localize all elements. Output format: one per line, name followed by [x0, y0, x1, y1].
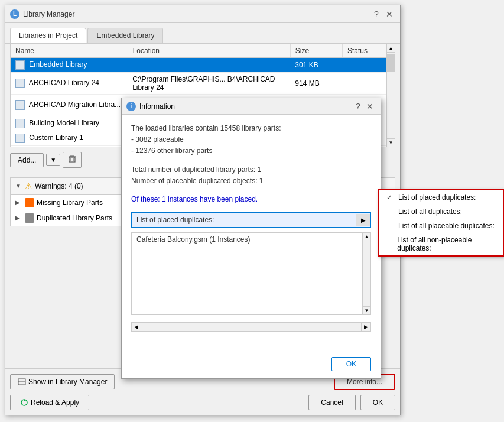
show-library-icon [18, 378, 26, 386]
tab-bar: Libraries in Project Embedded Library [5, 23, 400, 44]
info-line-4: Total number of duplicated library parts… [131, 165, 261, 174]
list-scroll-down[interactable]: ▼ [363, 306, 370, 314]
info-ok-button[interactable]: OK [331, 357, 371, 371]
context-item-placeable[interactable]: List of all placeable duplicates: [379, 219, 503, 233]
reload-icon [20, 398, 28, 407]
table-row[interactable]: Embedded Library 301 KB [11, 58, 395, 73]
context-menu: ✓ List of placed duplicates: List of all… [378, 189, 504, 257]
context-item-label: List of all placeable duplicates: [398, 222, 495, 230]
info-line-2: - 3082 placeable [131, 135, 184, 144]
dropdown-row[interactable]: List of placed duplicates: ▶ [131, 212, 371, 228]
title-bar: L Library Manager ? ✕ [5, 5, 400, 23]
close-button[interactable]: ✕ [383, 8, 395, 20]
list-scroll-up[interactable]: ▲ [363, 233, 370, 241]
svg-rect-5 [18, 379, 25, 385]
missing-icon [25, 198, 34, 207]
list-item: Cafeteria Balcony.gsm (1 Instances) [132, 233, 370, 246]
h-scroll-right-btn[interactable]: ▶ [361, 323, 370, 331]
context-item-all[interactable]: List of all duplicates: [379, 204, 503, 219]
info-text-block: The loaded libraries contain 15458 libra… [131, 123, 371, 157]
duplicated-label: Duplicated Library Parts [37, 214, 112, 222]
h-scroll-left-btn[interactable]: ◀ [132, 323, 141, 331]
library-icon [15, 100, 25, 110]
warnings-toggle: ▼ [15, 183, 22, 190]
delete-button[interactable] [63, 152, 82, 168]
info-dialog: i Information ? ✕ The loaded libraries c… [121, 98, 381, 379]
tab-libraries-in-project[interactable]: Libraries in Project [10, 28, 86, 43]
library-icon [15, 60, 25, 70]
context-item-label: List of placed duplicates: [398, 193, 476, 202]
library-icon [15, 134, 25, 143]
help-button[interactable]: ? [370, 8, 382, 20]
info-highlight-text: Of these: 1 instances have been placed. [131, 195, 258, 203]
reload-button[interactable]: Reload & Apply [10, 395, 89, 410]
info-footer: OK [122, 352, 381, 378]
cancel-button[interactable]: Cancel [308, 395, 355, 410]
info-dialog-title: Information [139, 102, 352, 111]
add-button[interactable]: Add... [10, 153, 44, 167]
info-line-1: The loaded libraries contain 15458 libra… [131, 124, 281, 132]
show-library-button[interactable]: Show in Library Manager [10, 374, 115, 389]
table-row[interactable]: ARCHICAD Library 24 C:\Program Files\GRA… [11, 73, 395, 95]
context-item-non-placeable[interactable]: List of all non-placeable duplicates: [379, 233, 503, 255]
item-list[interactable]: Cafeteria Balcony.gsm (1 Instances) ▲ ▼ [131, 232, 371, 315]
table-scrollbar[interactable]: ▲ ▼ [386, 44, 395, 147]
warning-icon: ⚠ [25, 181, 32, 191]
svg-rect-0 [69, 157, 75, 162]
info-help-button[interactable]: ? [352, 100, 364, 112]
tab-embedded-library[interactable]: Embedded Library [87, 28, 163, 43]
scroll-thumb[interactable] [387, 54, 395, 72]
dropdown-label: List of placed duplicates: [132, 213, 356, 227]
context-item-placed[interactable]: ✓ List of placed duplicates: [379, 190, 503, 204]
duplicated-toggle: ▶ [15, 215, 22, 222]
ok-button[interactable]: OK [360, 395, 395, 410]
list-scrollbar[interactable]: ▲ ▼ [362, 233, 370, 314]
h-scroll[interactable]: ◀ ▶ [131, 322, 371, 332]
footer-right-buttons: Cancel OK [308, 395, 395, 410]
footer-bottom: Reload & Apply Cancel OK [10, 395, 395, 410]
col-location: Location [128, 44, 290, 58]
col-name: Name [11, 44, 128, 58]
info-text-block-2: Total number of duplicated library parts… [131, 164, 371, 187]
info-body: The loaded libraries contain 15458 libra… [122, 115, 381, 352]
window-icon: L [10, 9, 19, 19]
info-line-5: Number of placeable duplicated objects: … [131, 177, 263, 185]
info-line-3: - 12376 other library parts [131, 147, 212, 155]
info-close-button[interactable]: ✕ [364, 100, 376, 112]
divider [131, 339, 371, 339]
info-dialog-icon: i [126, 102, 136, 111]
dropdown-arrow-btn[interactable]: ▶ [356, 214, 370, 226]
col-size: Size [290, 44, 342, 58]
svg-rect-2 [71, 155, 73, 157]
window-title: Library Manager [23, 10, 370, 18]
trash-icon [68, 155, 76, 163]
missing-toggle: ▶ [15, 199, 22, 206]
duplicated-icon [25, 213, 34, 223]
library-icon [15, 79, 25, 88]
library-icon [15, 119, 25, 128]
context-item-label: List of all non-placeable duplicates: [397, 236, 496, 252]
scroll-down-btn[interactable]: ▼ [387, 138, 395, 147]
info-text-block-3: Of these: 1 instances have been placed. [131, 194, 371, 205]
scroll-up-btn[interactable]: ▲ [387, 44, 395, 53]
info-title-bar: i Information ? ✕ [122, 98, 381, 115]
check-icon: ✓ [386, 193, 396, 202]
missing-label: Missing Library Parts [37, 199, 103, 207]
title-bar-controls: ? ✕ [370, 8, 395, 20]
warnings-label: Warnings: 4 (0) [35, 182, 83, 190]
context-item-label: List of all duplicates: [398, 207, 462, 216]
add-dropdown-button[interactable]: ▼ [46, 154, 60, 166]
